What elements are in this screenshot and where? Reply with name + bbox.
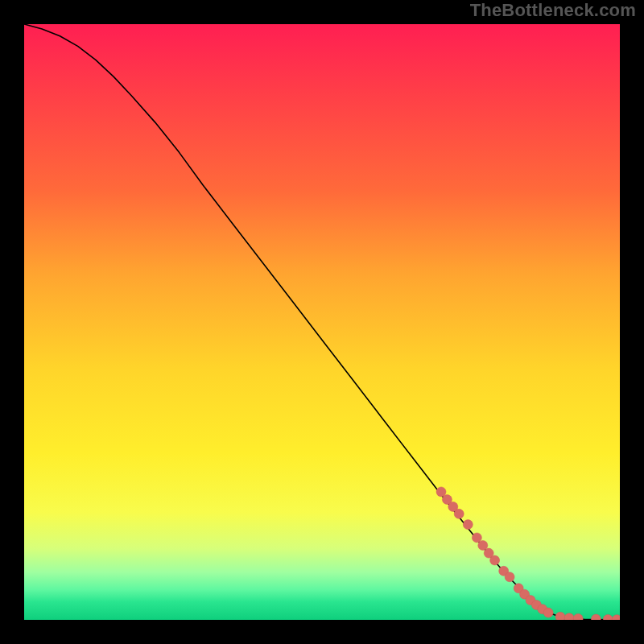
chart-frame: TheBottleneck.com [0,0,644,644]
marker-group [436,487,620,620]
marker-dot [573,614,583,620]
marker-dot [543,608,553,617]
marker-dot [478,541,488,551]
marker-dot [463,520,473,530]
marker-dot [612,615,620,620]
marker-dot [436,487,446,497]
marker-dot [603,614,613,620]
marker-dot [591,614,601,620]
marker-dot [555,612,565,620]
watermark-text: TheBottleneck.com [470,0,636,21]
curve-line [24,24,620,620]
marker-dot [472,533,481,543]
chart-svg [24,24,620,620]
plot-area [24,24,620,620]
marker-dot [505,572,514,582]
marker-dot [564,613,574,620]
marker-dot [454,509,464,518]
marker-dot [490,555,500,565]
